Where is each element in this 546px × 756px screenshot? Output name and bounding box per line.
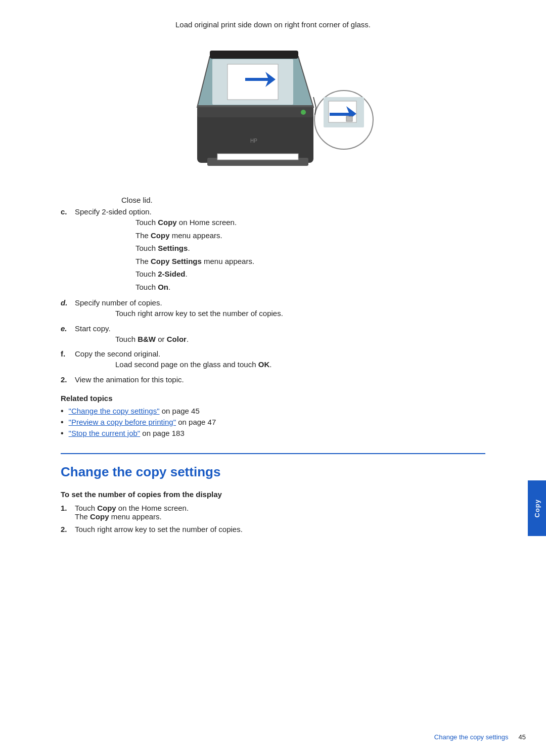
section-heading: Change the copy settings [61,464,485,480]
bullet-2: • [61,418,64,427]
section-divider [61,453,485,454]
subsection-heading: To set the number of copies from the dis… [61,490,485,499]
step-e-label: e. [61,324,71,333]
bullet-3: • [61,429,64,438]
step-c: c. Specify 2-sided option. Touch Copy on… [61,207,485,293]
num-2-text: View the animation for this topic. [75,375,184,384]
related-topics-title: Related topics [61,394,485,403]
copy-bold-step1: Copy [97,504,116,512]
svg-line-13 [313,97,316,107]
step-f-content: Copy the second original. Load second pa… [75,349,271,371]
related-topic-item-3: • "Stop the current job" on page 183 [61,429,485,438]
page-footer: Change the copy settings 45 [0,733,546,741]
bullet-1: • [61,407,64,416]
related-topic-suffix-1: on page 45 [160,407,200,415]
related-topics-section: Related topics • "Change the copy settin… [61,394,485,438]
step-d: d. Specify number of copies. Touch right… [61,298,485,320]
settings-bold: Settings [158,244,188,252]
step-e-instruction: Touch B&W or Color. [115,333,189,346]
intro-text: Load original print side down on right f… [61,20,485,29]
copy-bold-2: Copy [151,231,170,240]
step-c-content: Specify 2-sided option. Touch Copy on Ho… [75,207,485,293]
step-f: f. Copy the second original. Load second… [61,349,485,371]
svg-text:HP: HP [250,138,257,144]
related-topics-list: • "Change the copy settings" on page 45 … [61,407,485,438]
svg-rect-2 [210,51,298,59]
related-topic-item-1: • "Change the copy settings" on page 45 [61,407,485,416]
step-d-content: Specify number of copies. Touch right ar… [75,298,283,320]
copy-num-2-text: Touch right arrow key to set the number … [75,525,243,533]
step-d-instruction: Touch right arrow key to set the number … [115,307,283,320]
numbered-item-2: 2. View the animation for this topic. [61,375,485,384]
related-topic-suffix-2: on page 47 [176,418,216,426]
step-c-title: Specify 2-sided option. [75,207,152,216]
svg-point-8 [301,110,306,115]
footer-page-number: 45 [519,733,526,741]
copy-bold-step1b: Copy [90,512,109,521]
ok-bold: OK [258,360,270,369]
step-d-label: d. [61,298,71,307]
copy-num-1-label: 1. [61,504,73,512]
related-topic-suffix-3: on page 183 [140,429,185,437]
step-f-title: Copy the second original. [75,349,160,358]
step-e-title: Start copy. [75,324,111,333]
step-e: e. Start copy. Touch B&W or Color. [61,324,485,346]
svg-rect-18 [346,116,352,121]
printer-image: HP [61,39,485,181]
bw-bold: B&W [138,335,156,343]
footer-link[interactable]: Change the copy settings [434,733,509,741]
svg-rect-10 [217,154,298,160]
num-2-label: 2. [61,375,73,384]
related-topic-link-1[interactable]: "Change the copy settings" [69,407,160,415]
close-lid-text: Close lid. [121,196,485,204]
color-bold: Color [167,335,187,343]
svg-rect-7 [197,107,313,117]
copy-num-2-label: 2. [61,525,73,533]
copy-numbered-item-2: 2. Touch right arrow key to set the numb… [61,525,485,533]
step-f-label: f. [61,349,71,358]
copy-bold-1: Copy [158,218,177,227]
step-c-instructions: Touch Copy on Home screen. The Copy menu… [135,216,485,293]
related-topic-link-3[interactable]: "Stop the current job" [69,429,141,437]
two-sided-bold: 2-Sided [158,270,185,278]
step-d-title: Specify number of copies. [75,298,162,307]
step-e-content: Start copy. Touch B&W or Color. [75,324,189,346]
on-bold: On [158,283,168,291]
copy-settings-bold: Copy Settings [151,257,202,265]
step-c-label: c. [61,207,71,216]
copy-num-1-content: Touch Copy on the Home screen. The Copy … [75,504,189,521]
copy-numbered-item-1: 1. Touch Copy on the Home screen. The Co… [61,504,485,521]
related-topic-link-2[interactable]: "Preview a copy before printing" [69,418,176,426]
sidebar-copy-tab: Copy [528,480,546,536]
related-topic-item-2: • "Preview a copy before printing" on pa… [61,418,485,427]
sidebar-tab-text: Copy [533,499,541,518]
step-f-instruction: Load second page on the glass and touch … [115,358,271,371]
